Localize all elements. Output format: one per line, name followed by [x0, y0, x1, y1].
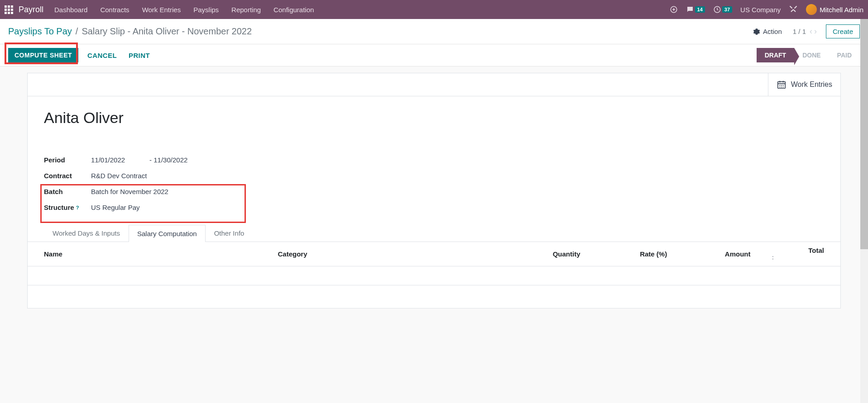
form-card: Work Entries Anita Oliver Period 11/01/2…: [27, 73, 841, 308]
batch-value: Batch for November 2022: [91, 188, 168, 195]
tab-worked-days[interactable]: Worked Days & Inputs: [44, 224, 129, 242]
scrollbar[interactable]: [860, 19, 868, 318]
action-bar: COMPUTE SHEET CANCEL PRINT DRAFT DONE PA…: [0, 44, 868, 66]
pager-next-icon[interactable]: ›: [814, 27, 817, 36]
tabs: Worked Days & Inputs Salary Computation …: [44, 224, 840, 242]
field-batch: Batch Batch for November 2022: [44, 184, 297, 199]
period-to: 11/30/2022: [153, 156, 187, 164]
status-draft[interactable]: DRAFT: [757, 48, 794, 62]
avatar: [806, 4, 817, 15]
breadcrumb-parent[interactable]: Payslips To Pay: [8, 26, 72, 37]
status-paid[interactable]: PAID: [829, 48, 860, 62]
card-header: Work Entries: [28, 73, 840, 96]
nav-configuration[interactable]: Configuration: [273, 6, 314, 14]
nav-menu: Dashboard Contracts Work Entries Payslip…: [54, 6, 670, 14]
tab-other-info[interactable]: Other Info: [206, 224, 253, 242]
card-body: Anita Oliver Period 11/01/2022 - 11/30/2…: [28, 96, 840, 215]
activities-icon[interactable]: 37: [713, 5, 732, 14]
batch-label: Batch: [44, 188, 91, 195]
structure-label: Structure: [44, 204, 74, 211]
work-entries-button[interactable]: Work Entries: [768, 73, 840, 96]
action-label: Action: [763, 28, 782, 35]
table-container: Name Category Quantity Rate (%) Amount T…: [28, 242, 840, 308]
create-button[interactable]: Create: [826, 24, 860, 38]
nav-dashboard[interactable]: Dashboard: [54, 6, 87, 14]
field-period: Period 11/01/2022 - 11/30/2022: [44, 152, 297, 168]
cancel-button[interactable]: CANCEL: [87, 52, 117, 59]
col-name[interactable]: Name: [28, 242, 272, 266]
salary-table: Name Category Quantity Rate (%) Amount T…: [28, 242, 840, 308]
activities-badge: 37: [722, 6, 732, 13]
col-category[interactable]: Category: [272, 242, 499, 266]
content: Work Entries Anita Oliver Period 11/01/2…: [0, 73, 868, 318]
col-quantity[interactable]: Quantity: [499, 242, 586, 266]
status-done[interactable]: DONE: [794, 48, 829, 62]
user-name-label: Mitchell Admin: [820, 6, 863, 14]
support-icon[interactable]: [670, 5, 678, 14]
structure-value: US Regular Pay: [91, 204, 140, 211]
breadcrumb-separator: /: [76, 26, 78, 37]
col-rate[interactable]: Rate (%): [587, 242, 674, 266]
pager-count: 1 / 1: [793, 28, 806, 35]
table-options-icon[interactable]: [767, 254, 774, 261]
nav-contracts[interactable]: Contracts: [100, 6, 129, 14]
nav-work-entries[interactable]: Work Entries: [142, 6, 181, 14]
app-title[interactable]: Payroll: [19, 5, 43, 14]
nav-right: 14 37 US Company Mitchell Admin: [670, 4, 863, 15]
table-row: [28, 266, 840, 285]
table-row: [28, 285, 840, 308]
field-structure: Structure ? US Regular Pay: [44, 199, 297, 215]
action-dropdown[interactable]: Action: [753, 28, 782, 35]
col-amount[interactable]: Amount: [673, 242, 757, 266]
status-bar: DRAFT DONE PAID: [757, 48, 860, 62]
help-icon[interactable]: ?: [76, 205, 79, 210]
employee-name: Anita Oliver: [44, 109, 824, 127]
nav-reporting[interactable]: Reporting: [231, 6, 261, 14]
work-entries-label: Work Entries: [791, 81, 832, 89]
contract-label: Contract: [44, 172, 91, 180]
tools-icon[interactable]: [789, 5, 798, 14]
top-navigation: Payroll Dashboard Contracts Work Entries…: [0, 0, 868, 19]
header-row: Payslips To Pay / Salary Slip - Anita Ol…: [0, 19, 868, 44]
user-menu[interactable]: Mitchell Admin: [806, 4, 863, 15]
contract-value: R&D Dev Contract: [91, 172, 147, 180]
pager-prev-icon[interactable]: ‹: [810, 27, 812, 36]
col-total[interactable]: Total: [757, 242, 841, 266]
gear-icon: [753, 28, 760, 35]
calendar-icon: [777, 80, 786, 90]
field-group: Period 11/01/2022 - 11/30/2022 Contract …: [44, 152, 297, 215]
breadcrumb: Payslips To Pay / Salary Slip - Anita Ol…: [8, 26, 753, 37]
breadcrumb-current: Salary Slip - Anita Oliver - November 20…: [82, 26, 252, 37]
company-selector[interactable]: US Company: [740, 6, 781, 14]
apps-icon[interactable]: [5, 5, 13, 14]
messages-icon[interactable]: 14: [686, 5, 705, 14]
period-label: Period: [44, 156, 91, 164]
print-button[interactable]: PRINT: [129, 52, 150, 59]
nav-payslips[interactable]: Payslips: [193, 6, 219, 14]
compute-sheet-button[interactable]: COMPUTE SHEET: [8, 48, 78, 62]
messages-badge: 14: [695, 6, 705, 13]
period-from: 11/01/2022: [91, 156, 125, 164]
field-contract: Contract R&D Dev Contract: [44, 168, 297, 184]
tab-salary-computation[interactable]: Salary Computation: [129, 225, 206, 242]
